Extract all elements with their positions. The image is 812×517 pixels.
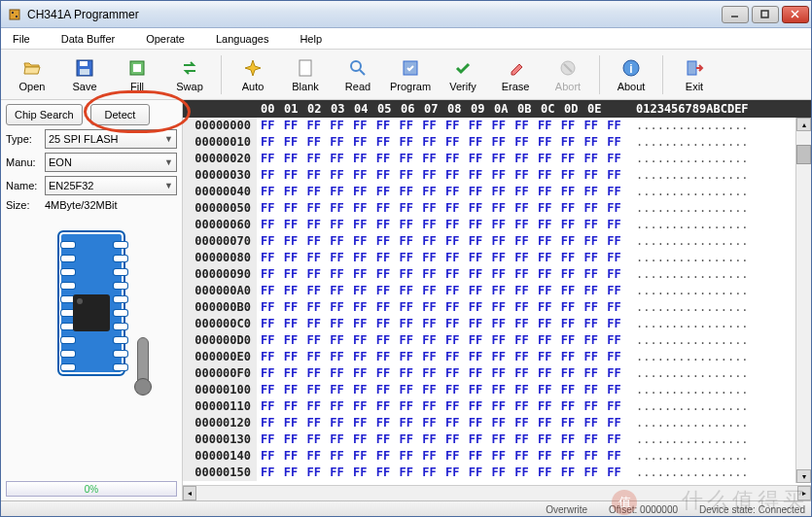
chevron-down-icon: ▼	[164, 157, 173, 167]
abort-icon	[557, 57, 579, 79]
about-button[interactable]: iAbout	[608, 52, 654, 98]
hex-row[interactable]: 00000000FFFFFFFFFFFFFFFFFFFFFFFFFFFFFFFF…	[183, 118, 811, 134]
hex-row[interactable]: 00000020FFFFFFFFFFFFFFFFFFFFFFFFFFFFFFFF…	[183, 151, 811, 167]
hex-row[interactable]: 000000C0FFFFFFFFFFFFFFFFFFFFFFFFFFFFFFFF…	[183, 316, 811, 332]
toolbar-label: Swap	[176, 81, 203, 92]
progress-bar: 0%	[6, 481, 177, 497]
svg-point-13	[351, 61, 361, 71]
address-cell: 000000B0	[183, 299, 257, 316]
menu-data-buffer[interactable]: Data Buffer	[55, 31, 121, 47]
hex-row[interactable]: 000000D0FFFFFFFFFFFFFFFFFFFFFFFFFFFFFFFF…	[183, 332, 811, 349]
name-select[interactable]: EN25F32▼	[45, 176, 177, 195]
toolbar-label: Verify	[449, 81, 477, 92]
hex-row[interactable]: 00000110FFFFFFFFFFFFFFFFFFFFFFFFFFFFFFFF…	[183, 398, 811, 415]
about-icon: i	[620, 57, 642, 79]
menu-operate[interactable]: Operate	[140, 31, 191, 47]
hex-row[interactable]: 00000030FFFFFFFFFFFFFFFFFFFFFFFFFFFFFFFF…	[183, 167, 811, 184]
hex-editor[interactable]: 000102030405060708090A0B0C0D0E0F 0123456…	[183, 100, 811, 500]
svg-rect-11	[133, 64, 141, 72]
hex-row[interactable]: 000000B0FFFFFFFFFFFFFFFFFFFFFFFFFFFFFFFF…	[183, 299, 811, 316]
manu-select[interactable]: EON▼	[45, 153, 177, 172]
abort-button: Abort	[545, 52, 591, 98]
toolbar-label: Fill	[130, 81, 144, 92]
fill-button[interactable]: Fill	[114, 52, 160, 98]
scroll-up-arrow[interactable]: ▴	[796, 118, 811, 131]
read-button[interactable]: Read	[335, 52, 381, 98]
ascii-cell: ................	[630, 332, 811, 349]
hex-row[interactable]: 00000010FFFFFFFFFFFFFFFFFFFFFFFFFFFFFFFF…	[183, 134, 811, 151]
ascii-cell: ................	[630, 365, 811, 382]
chip-search-button[interactable]: Chip Search	[6, 104, 83, 125]
save-button[interactable]: Save	[61, 52, 108, 98]
menu-languages[interactable]: Languages	[210, 31, 274, 47]
maximize-button[interactable]	[752, 6, 779, 23]
hex-row[interactable]: 00000100FFFFFFFFFFFFFFFFFFFFFFFFFFFFFFFF…	[183, 382, 811, 398]
hex-header: 000102030405060708090A0B0C0D0E0F 0123456…	[183, 100, 811, 118]
menu-help[interactable]: Help	[294, 31, 328, 47]
name-value: EN25F32	[49, 180, 93, 191]
detect-button[interactable]: Detect	[90, 104, 151, 125]
program-button[interactable]: Program	[387, 52, 434, 98]
ascii-cell: ................	[630, 250, 811, 266]
toolbar-label: Abort	[555, 81, 581, 92]
close-button[interactable]	[782, 6, 809, 23]
hex-row[interactable]: 00000080FFFFFFFFFFFFFFFFFFFFFFFFFFFFFFFF…	[183, 250, 811, 266]
toolbar-label: Program	[390, 81, 431, 92]
hex-row[interactable]: 00000150FFFFFFFFFFFFFFFFFFFFFFFFFFFFFFFF…	[183, 465, 811, 481]
blank-button[interactable]: Blank	[282, 52, 329, 98]
hex-row[interactable]: 000000A0FFFFFFFFFFFFFFFFFFFFFFFFFFFFFFFF…	[183, 283, 811, 299]
horizontal-scrollbar[interactable]: ◂ ▸	[183, 485, 811, 500]
hex-row[interactable]: 00000060FFFFFFFFFFFFFFFFFFFFFFFFFFFFFFFF…	[183, 217, 811, 233]
chevron-down-icon: ▼	[164, 181, 173, 190]
hex-row[interactable]: 00000130FFFFFFFFFFFFFFFFFFFFFFFFFFFFFFFF…	[183, 431, 811, 448]
exit-icon	[684, 57, 705, 79]
hex-row[interactable]: 00000120FFFFFFFFFFFFFFFFFFFFFFFFFFFFFFFF…	[183, 415, 811, 431]
status-overwrite: Overwrite	[546, 504, 587, 515]
manu-label: Manu:	[6, 156, 41, 168]
hex-row[interactable]: 000000F0FFFFFFFFFFFFFFFFFFFFFFFFFFFFFFFF…	[183, 365, 811, 382]
scroll-right-arrow[interactable]: ▸	[797, 486, 811, 500]
menu-file[interactable]: File	[7, 31, 36, 47]
chevron-down-icon: ▼	[164, 134, 173, 144]
address-cell: 000000D0	[183, 332, 257, 349]
svg-rect-8	[80, 61, 88, 66]
sparkle-icon	[242, 57, 264, 79]
chip-socket-diagram	[48, 230, 135, 386]
verify-icon	[452, 57, 474, 79]
exit-button[interactable]: Exit	[671, 52, 718, 98]
address-cell: 00000040	[183, 184, 257, 200]
manu-value: EON	[49, 156, 72, 168]
auto-button[interactable]: Auto	[229, 52, 276, 98]
minimize-button[interactable]	[722, 6, 749, 23]
toolbar-label: Auto	[242, 81, 265, 92]
address-cell: 000000C0	[183, 316, 257, 332]
address-cell: 000000A0	[183, 283, 257, 299]
ascii-cell: ................	[630, 448, 811, 465]
verify-button[interactable]: Verify	[440, 52, 486, 98]
address-cell: 00000070	[183, 233, 257, 250]
address-cell: 00000090	[183, 266, 257, 283]
svg-line-14	[360, 70, 365, 75]
toolbar-label: Save	[72, 81, 96, 92]
scroll-down-arrow[interactable]: ▾	[796, 469, 811, 483]
hex-row[interactable]: 00000140FFFFFFFFFFFFFFFFFFFFFFFFFFFFFFFF…	[183, 448, 811, 465]
svg-rect-1	[12, 12, 14, 14]
scroll-left-arrow[interactable]: ◂	[183, 486, 196, 500]
hex-row[interactable]: 00000050FFFFFFFFFFFFFFFFFFFFFFFFFFFFFFFF…	[183, 200, 811, 217]
ascii-cell: ................	[630, 382, 811, 398]
erase-button[interactable]: Erase	[492, 52, 539, 98]
address-cell: 00000140	[183, 448, 257, 465]
scroll-thumb[interactable]	[796, 145, 811, 164]
hex-row[interactable]: 000000E0FFFFFFFFFFFFFFFFFFFFFFFFFFFFFFFF…	[183, 349, 811, 365]
hex-row[interactable]: 00000040FFFFFFFFFFFFFFFFFFFFFFFFFFFFFFFF…	[183, 184, 811, 200]
address-cell: 00000050	[183, 200, 257, 217]
hex-row[interactable]: 00000070FFFFFFFFFFFFFFFFFFFFFFFFFFFFFFFF…	[183, 233, 811, 250]
toolbar-label: Erase	[502, 81, 530, 92]
vertical-scrollbar[interactable]: ▴ ▾	[795, 118, 811, 483]
open-button[interactable]: Open	[9, 52, 55, 98]
hex-row[interactable]: 00000090FFFFFFFFFFFFFFFFFFFFFFFFFFFFFFFF…	[183, 266, 811, 283]
address-cell: 00000000	[183, 118, 257, 134]
address-cell: 00000150	[183, 465, 257, 481]
swap-button[interactable]: Swap	[166, 52, 213, 98]
type-select[interactable]: 25 SPI FLASH▼	[45, 129, 177, 149]
